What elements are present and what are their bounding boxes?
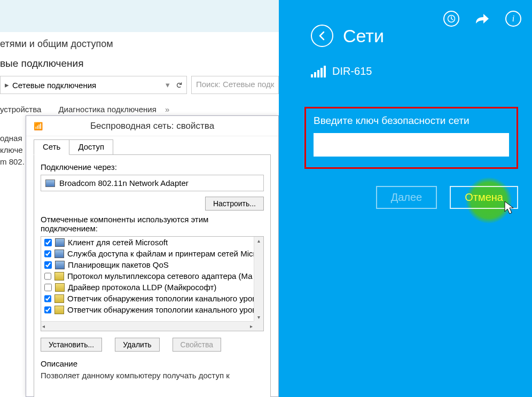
component-icon [55,283,65,292]
security-key-label: Введите ключ безопасности сети [314,115,509,127]
search-input[interactable]: Поиск: Сетевые подк [191,76,279,94]
toolbar-item-devices[interactable]: устройства [0,105,41,114]
component-row[interactable]: Протокол мультиплексора сетевого адаптер… [41,270,254,282]
back-button[interactable] [311,25,333,47]
remove-button[interactable]: Удалить [115,338,159,352]
component-label: Драйвер протокола LLDP (Майкрософт) [68,283,216,292]
info-icon[interactable]: i [505,11,521,27]
description-text: Позволяет данному компьютеру получать до… [41,370,264,381]
install-button[interactable]: Установить... [41,338,102,352]
tab-network[interactable]: Сеть [34,139,69,155]
sidebar-text: одная [0,133,25,144]
component-icon [55,238,65,247]
component-label: Ответчик обнаружения топологии канальног… [67,294,254,303]
chevron-dbl-icon[interactable]: » [165,105,169,114]
properties-dialog: 📶 Беспроводная сеть: свойства Сеть Досту… [26,115,279,397]
component-checkbox[interactable] [44,239,52,246]
breadcrumb-text: Сетевые подключения [12,81,163,90]
component-icon [54,294,64,303]
component-checkbox[interactable] [44,295,51,302]
component-row[interactable]: Служба доступа к файлам и принтерам сете… [41,248,254,259]
component-label: Ответчик обнаружения топологии канальног… [67,305,254,314]
wifi-signal-icon [311,66,325,77]
component-label: Протокол мультиплексора сетевого адаптер… [67,271,253,281]
refresh-icon[interactable]: ↻ [174,82,184,89]
adapter-name: Broadcom 802.11n Network Adapter [59,178,189,188]
share-icon[interactable] [474,11,490,27]
component-icon [55,261,65,269]
description-label: Описание [41,359,264,368]
component-checkbox[interactable] [44,261,52,269]
component-row[interactable]: Ответчик обнаружения топологии канальног… [41,304,254,315]
component-row[interactable]: Клиент для сетей Microsoft [41,237,254,248]
next-button[interactable]: Далее [376,186,437,209]
component-checkbox[interactable] [44,250,51,258]
component-label: Служба доступа к файлам и принтерам сете… [67,249,254,258]
components-listbox[interactable]: Клиент для сетей MicrosoftСлужба доступа… [41,236,264,331]
networks-charm-panel: i Сети DIR-615 Введите ключ безопасности… [279,0,532,397]
component-row[interactable]: Драйвер протокола LLDP (Майкрософт) [41,282,254,293]
scrollbar-vertical[interactable]: ▴▾ [254,237,263,321]
clock-icon[interactable] [443,11,459,27]
security-key-group: Введите ключ безопасности сети [304,107,518,169]
wireless-icon: 📶 [34,122,43,130]
panel-title: Сети [343,26,384,46]
security-key-input[interactable] [314,133,509,157]
components-label: Отмеченные компоненты используются этим … [41,215,264,233]
component-checkbox[interactable] [44,306,51,314]
sidebar-text: m 802. [0,156,25,168]
component-label: Клиент для сетей Microsoft [68,238,168,247]
chevron-down-icon[interactable]: ▾ [166,80,170,90]
component-icon [54,272,64,281]
tab-access[interactable]: Доступ [69,139,113,155]
configure-button[interactable]: Настроить... [205,197,264,211]
component-icon [54,306,64,314]
chevron-right-icon: ▸ [5,80,9,90]
component-checkbox[interactable] [44,284,52,291]
dialog-title: Беспроводная сеть: свойства [90,121,214,131]
adapter-field: Broadcom 802.11n Network Adapter [41,175,264,191]
network-name: DIR-615 [332,65,372,77]
cancel-button[interactable]: Отмена [450,186,518,209]
component-label: Планировщик пакетов QoS [68,260,169,269]
component-row[interactable]: Ответчик обнаружения топологии канальног… [41,293,254,304]
address-bar[interactable]: ▸ Сетевые подключения ▾ ↻ [0,76,187,94]
toolbar-item-diagnostics[interactable]: Диагностика подключения [58,105,156,114]
bg-window-subtitle: вые подключения [0,58,83,69]
sidebar-text: ключе [0,144,25,156]
scrollbar-horizontal[interactable]: ◂▸ [41,321,254,331]
adapter-icon [45,180,55,187]
component-icon [54,250,64,258]
network-item[interactable]: DIR-615 [311,65,372,77]
connect-via-label: Подключение через: [41,162,264,172]
properties-button[interactable]: Свойства [173,338,221,352]
component-checkbox[interactable] [44,273,51,280]
bg-window-title: етями и общим доступом [0,38,113,50]
component-row[interactable]: Планировщик пакетов QoS [41,259,254,270]
